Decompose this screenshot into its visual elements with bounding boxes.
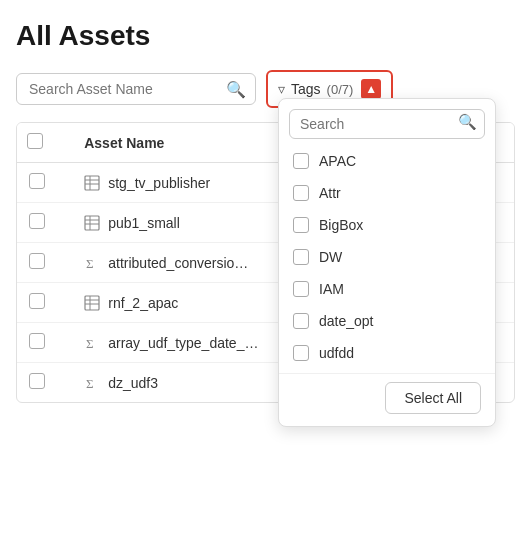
asset-name: rnf_2_apac bbox=[108, 295, 178, 311]
dropdown-item[interactable]: BigBox bbox=[279, 209, 495, 241]
dropdown-item[interactable]: IAM bbox=[279, 273, 495, 305]
svg-text:Σ: Σ bbox=[86, 336, 94, 351]
row-checkbox[interactable] bbox=[29, 333, 45, 349]
dropdown-item-label: Attr bbox=[319, 185, 341, 201]
tags-count: (0/7) bbox=[327, 82, 354, 97]
page-container: All Assets 🔍 ▿ Tags (0/7) ▲ Asset Name T… bbox=[0, 0, 531, 423]
asset-name: array_udf_type_date_… bbox=[108, 335, 258, 351]
dropdown-item-checkbox[interactable] bbox=[293, 185, 309, 201]
row-checkbox-cell bbox=[17, 243, 72, 283]
dropdown-item-checkbox[interactable] bbox=[293, 249, 309, 265]
dropdown-item-checkbox[interactable] bbox=[293, 153, 309, 169]
row-checkbox[interactable] bbox=[29, 373, 45, 389]
asset-type-icon: Σ bbox=[84, 375, 100, 391]
asset-type-icon: Σ bbox=[84, 255, 100, 271]
row-checkbox[interactable] bbox=[29, 213, 45, 229]
asset-type-icon bbox=[84, 175, 100, 191]
dropdown-item-checkbox[interactable] bbox=[293, 313, 309, 329]
dropdown-list: APAC Attr BigBox DW IAM date_opt udfdd bbox=[279, 145, 495, 373]
row-checkbox-cell bbox=[17, 283, 72, 323]
dropdown-search-input[interactable] bbox=[289, 109, 485, 139]
dropdown-item-label: APAC bbox=[319, 153, 356, 169]
row-checkbox-cell bbox=[17, 363, 72, 403]
row-checkbox[interactable] bbox=[29, 293, 45, 309]
dropdown-item-label: date_opt bbox=[319, 313, 374, 329]
dropdown-item-label: udfdd bbox=[319, 345, 354, 361]
dropdown-item[interactable]: date_opt bbox=[279, 305, 495, 337]
dropdown-search-wrap: 🔍 bbox=[279, 99, 495, 145]
asset-type-icon bbox=[84, 295, 100, 311]
tags-label: Tags bbox=[291, 81, 321, 97]
select-all-button[interactable]: Select All bbox=[385, 382, 481, 414]
row-checkbox-cell bbox=[17, 203, 72, 243]
filter-icon: ▿ bbox=[278, 81, 285, 97]
asset-name: stg_tv_publisher bbox=[108, 175, 210, 191]
svg-text:Σ: Σ bbox=[86, 256, 94, 271]
dropdown-item-label: DW bbox=[319, 249, 342, 265]
asset-name: attributed_conversio… bbox=[108, 255, 248, 271]
search-asset-wrap: 🔍 bbox=[16, 73, 256, 105]
dropdown-item[interactable]: Attr bbox=[279, 177, 495, 209]
dropdown-item-checkbox[interactable] bbox=[293, 281, 309, 297]
dropdown-item[interactable]: udfdd bbox=[279, 337, 495, 369]
dropdown-item-checkbox[interactable] bbox=[293, 217, 309, 233]
dropdown-item[interactable]: APAC bbox=[279, 145, 495, 177]
svg-rect-4 bbox=[85, 216, 99, 230]
asset-name: dz_udf3 bbox=[108, 375, 158, 391]
row-checkbox-cell bbox=[17, 163, 72, 203]
header-checkbox[interactable] bbox=[27, 133, 43, 149]
row-checkbox[interactable] bbox=[29, 173, 45, 189]
dropdown-item-label: IAM bbox=[319, 281, 344, 297]
tags-chevron-icon: ▲ bbox=[361, 79, 381, 99]
dropdown-item-label: BigBox bbox=[319, 217, 363, 233]
page-title: All Assets bbox=[16, 20, 515, 52]
svg-text:Σ: Σ bbox=[86, 376, 94, 391]
header-checkbox-cell bbox=[17, 123, 72, 163]
asset-type-icon bbox=[84, 215, 100, 231]
dropdown-item-checkbox[interactable] bbox=[293, 345, 309, 361]
dropdown-item[interactable]: DW bbox=[279, 241, 495, 273]
tags-dropdown-panel: 🔍 APAC Attr BigBox DW IAM date_opt udfdd… bbox=[278, 98, 496, 427]
row-checkbox[interactable] bbox=[29, 253, 45, 269]
svg-rect-0 bbox=[85, 176, 99, 190]
svg-rect-9 bbox=[85, 296, 99, 310]
row-checkbox-cell bbox=[17, 323, 72, 363]
asset-type-icon: Σ bbox=[84, 335, 100, 351]
asset-name: pub1_small bbox=[108, 215, 180, 231]
search-asset-input[interactable] bbox=[16, 73, 256, 105]
dropdown-footer: Select All bbox=[279, 373, 495, 422]
